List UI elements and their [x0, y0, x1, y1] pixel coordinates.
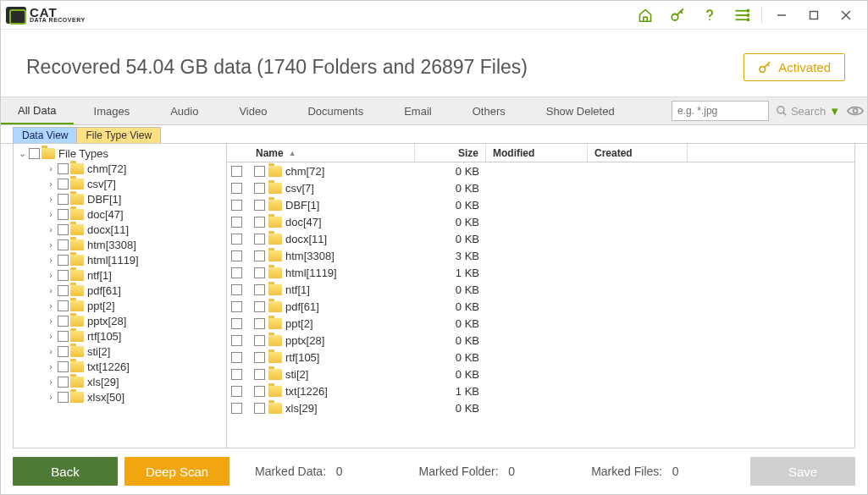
caret-right-icon[interactable]: ›: [46, 377, 56, 387]
close-button[interactable]: [830, 1, 862, 30]
caret-right-icon[interactable]: ›: [46, 392, 56, 402]
checkbox[interactable]: [231, 250, 242, 261]
caret-right-icon[interactable]: ›: [46, 255, 56, 265]
checkbox[interactable]: [58, 361, 69, 372]
caret-right-icon[interactable]: ›: [46, 346, 56, 356]
tree-item[interactable]: ›rtf[105]: [17, 328, 226, 344]
checkbox[interactable]: [254, 335, 265, 346]
checkbox[interactable]: [231, 386, 242, 397]
checkbox[interactable]: [231, 267, 242, 278]
minimize-button[interactable]: [766, 1, 798, 30]
caret-right-icon[interactable]: ›: [46, 194, 56, 204]
tree-item[interactable]: ›xls[29]: [17, 374, 226, 389]
tree-item[interactable]: ›csv[7]: [17, 176, 226, 191]
caret-right-icon[interactable]: ›: [46, 224, 56, 234]
home-icon[interactable]: [629, 1, 661, 30]
checkbox[interactable]: [231, 234, 242, 245]
checkbox[interactable]: [58, 224, 69, 235]
toolbar-item-images[interactable]: Images: [74, 97, 151, 124]
checkbox[interactable]: [58, 255, 69, 266]
caret-right-icon[interactable]: ›: [46, 209, 56, 219]
checkbox[interactable]: [254, 284, 265, 295]
tree-item[interactable]: ›chm[72]: [17, 161, 226, 176]
tree-item[interactable]: ›ntf[1]: [17, 267, 226, 283]
search-input[interactable]: [672, 101, 769, 121]
list-row[interactable]: txt[1226]1 KB: [227, 382, 854, 399]
caret-down-icon[interactable]: ⌄: [17, 148, 27, 159]
checkbox[interactable]: [231, 369, 242, 380]
caret-right-icon[interactable]: ›: [46, 239, 56, 250]
tree-item[interactable]: ›htm[3308]: [17, 237, 226, 252]
list-row[interactable]: xls[29]0 KB: [227, 399, 854, 416]
tab-data-view[interactable]: Data View: [13, 127, 77, 143]
tree-pane[interactable]: ⌄ File Types ›chm[72]›csv[7]›DBF[1]›doc[…: [14, 144, 227, 448]
list-row[interactable]: ppt[2]0 KB: [227, 315, 854, 332]
checkbox[interactable]: [254, 352, 265, 363]
checkbox[interactable]: [58, 300, 69, 311]
tree-item[interactable]: ›sti[2]: [17, 344, 226, 359]
checkbox[interactable]: [58, 377, 69, 388]
toolbar-item-others[interactable]: Others: [452, 97, 526, 124]
checkbox[interactable]: [58, 194, 69, 205]
checkbox[interactable]: [58, 285, 69, 296]
checkbox[interactable]: [231, 217, 242, 228]
list-row[interactable]: doc[47]0 KB: [227, 213, 854, 230]
tab-file-type-view[interactable]: File Type View: [77, 127, 161, 143]
toolbar-item-documents[interactable]: Documents: [287, 97, 384, 124]
list-row[interactable]: rtf[105]0 KB: [227, 349, 854, 366]
checkbox[interactable]: [58, 346, 69, 357]
checkbox[interactable]: [58, 316, 69, 327]
column-header-created[interactable]: Created: [588, 144, 688, 162]
list-row[interactable]: pdf[61]0 KB: [227, 298, 854, 315]
checkbox[interactable]: [254, 403, 265, 414]
list-body[interactable]: chm[72]0 KBcsv[7]0 KBDBF[1]0 KBdoc[47]0 …: [227, 162, 854, 448]
save-button[interactable]: Save: [750, 457, 855, 486]
checkbox[interactable]: [58, 239, 69, 250]
caret-right-icon[interactable]: ›: [46, 300, 56, 311]
tree-item[interactable]: ›pdf[61]: [17, 283, 226, 298]
tree-item[interactable]: ›DBF[1]: [17, 191, 226, 206]
list-row[interactable]: ntf[1]0 KB: [227, 281, 854, 298]
list-row[interactable]: pptx[28]0 KB: [227, 332, 854, 349]
list-row[interactable]: sti[2]0 KB: [227, 366, 854, 382]
caret-right-icon[interactable]: ›: [46, 316, 56, 326]
tree-item[interactable]: ›html[1119]: [17, 252, 226, 267]
caret-right-icon[interactable]: ›: [46, 361, 56, 371]
tree-item[interactable]: ›ppt[2]: [17, 298, 226, 313]
column-header-size[interactable]: Size: [415, 144, 486, 162]
menu-icon[interactable]: [726, 1, 758, 30]
maximize-button[interactable]: [798, 1, 830, 30]
list-row[interactable]: chm[72]0 KB: [227, 162, 854, 179]
caret-right-icon[interactable]: ›: [46, 331, 56, 341]
checkbox[interactable]: [254, 234, 265, 245]
checkbox[interactable]: [254, 166, 265, 177]
checkbox[interactable]: [58, 179, 69, 190]
checkbox[interactable]: [58, 163, 69, 174]
checkbox[interactable]: [231, 403, 242, 414]
checkbox[interactable]: [254, 369, 265, 380]
tree-item[interactable]: ›txt[1226]: [17, 359, 226, 374]
caret-right-icon[interactable]: ›: [46, 179, 56, 189]
toolbar-item-all-data[interactable]: All Data: [1, 97, 74, 124]
tree-item[interactable]: ›xlsx[50]: [17, 389, 226, 404]
checkbox[interactable]: [254, 217, 265, 228]
checkbox[interactable]: [254, 386, 265, 397]
checkbox[interactable]: [231, 352, 242, 363]
checkbox[interactable]: [254, 267, 265, 278]
checkbox[interactable]: [58, 331, 69, 342]
preview-toggle-icon[interactable]: [843, 97, 867, 124]
checkbox[interactable]: [254, 200, 265, 211]
checkbox[interactable]: [231, 183, 242, 194]
checkbox[interactable]: [231, 284, 242, 295]
deep-scan-button[interactable]: Deep Scan: [124, 457, 229, 486]
toolbar-item-email[interactable]: Email: [384, 97, 452, 124]
activated-badge[interactable]: Activated: [744, 53, 845, 81]
key-icon[interactable]: [661, 1, 694, 30]
checkbox[interactable]: [29, 148, 40, 159]
checkbox[interactable]: [254, 183, 265, 194]
checkbox[interactable]: [58, 209, 69, 220]
list-row[interactable]: docx[11]0 KB: [227, 230, 854, 247]
toolbar-item-audio[interactable]: Audio: [150, 97, 218, 124]
checkbox[interactable]: [254, 318, 265, 329]
list-row[interactable]: csv[7]0 KB: [227, 179, 854, 196]
